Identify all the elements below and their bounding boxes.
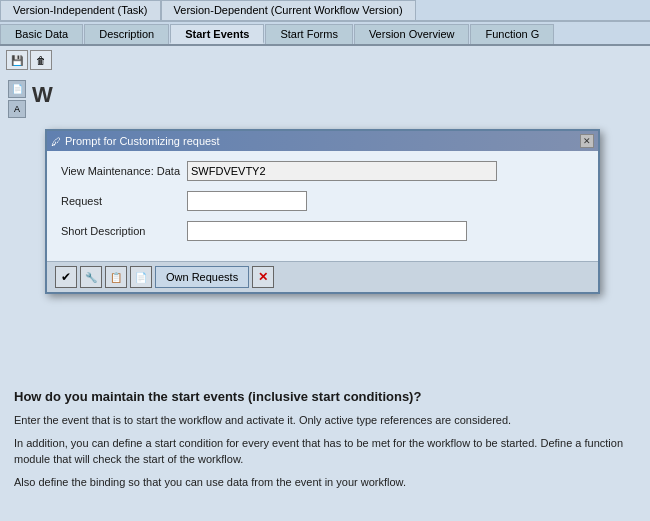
tab-version-overview[interactable]: Version Overview	[354, 24, 470, 44]
dialog-check-button[interactable]: ✔	[55, 266, 77, 288]
dialog-title-text: Prompt for Customizing request	[65, 135, 580, 147]
short-description-label: Short Description	[61, 225, 181, 237]
doc-icon: 📄	[135, 272, 147, 283]
tab-start-events[interactable]: Start Events	[170, 24, 264, 44]
help-paragraph-3: Also define the binding so that you can …	[14, 474, 636, 491]
dialog-title-bar: 🖊 Prompt for Customizing request ✕	[47, 131, 598, 151]
left-icon-1[interactable]: 📄	[8, 80, 26, 98]
dialog-body: View Maintenance: Data Request Short Des…	[47, 151, 598, 257]
tab-version-independent[interactable]: Version-Independent (Task)	[0, 0, 161, 20]
wrench-icon: 🔧	[85, 272, 97, 283]
second-tab-bar: Basic Data Description Start Events Star…	[0, 22, 650, 46]
clipboard-icon: 📋	[110, 272, 122, 283]
tab-basic-data[interactable]: Basic Data	[0, 24, 83, 44]
dialog-title-icon: 🖊	[51, 136, 61, 147]
dialog-doc-button[interactable]: 📄	[130, 266, 152, 288]
help-title: How do you maintain the start events (in…	[14, 389, 636, 404]
dialog-clipboard-button[interactable]: 📋	[105, 266, 127, 288]
dialog-wrench-button[interactable]: 🔧	[80, 266, 102, 288]
request-row: Request	[61, 191, 584, 211]
view-maintenance-input[interactable]	[187, 161, 497, 181]
left-icons: 📄 A	[8, 80, 26, 118]
left-icon-2[interactable]: A	[8, 100, 26, 118]
main-area: 📄 A W 🖊 Prompt for Customizing request ✕…	[0, 74, 650, 494]
request-label: Request	[61, 195, 181, 207]
dialog-close-button[interactable]: ✕	[580, 134, 594, 148]
tab-start-forms[interactable]: Start Forms	[265, 24, 352, 44]
check-icon: ✔	[61, 270, 71, 284]
delete-icon: 🗑	[36, 55, 46, 66]
cancel-icon: ✕	[258, 270, 268, 284]
dialog-toolbar: ✔ 🔧 📋 📄 Own Requests ✕	[47, 261, 598, 292]
tab-function-g[interactable]: Function G	[470, 24, 554, 44]
page-heading: W	[32, 80, 53, 110]
request-input[interactable]	[187, 191, 307, 211]
toolbar: 💾 🗑	[0, 46, 650, 74]
top-tab-bar: Version-Independent (Task) Version-Depen…	[0, 0, 650, 22]
own-requests-button[interactable]: Own Requests	[155, 266, 249, 288]
help-paragraph-2: In addition, you can define a start cond…	[14, 435, 636, 468]
help-area: How do you maintain the start events (in…	[0, 379, 650, 494]
tab-version-dependent[interactable]: Version-Dependent (Current Workflow Vers…	[161, 0, 416, 20]
short-description-input[interactable]	[187, 221, 467, 241]
save-icon: 💾	[11, 55, 23, 66]
view-maintenance-row: View Maintenance: Data	[61, 161, 584, 181]
help-paragraph-1: Enter the event that is to start the wor…	[14, 412, 636, 429]
save-button[interactable]: 💾	[6, 50, 28, 70]
dialog-cancel-button[interactable]: ✕	[252, 266, 274, 288]
customizing-request-dialog: 🖊 Prompt for Customizing request ✕ View …	[45, 129, 600, 294]
delete-button[interactable]: 🗑	[30, 50, 52, 70]
tab-description[interactable]: Description	[84, 24, 169, 44]
short-description-row: Short Description	[61, 221, 584, 241]
view-maintenance-label: View Maintenance: Data	[61, 165, 181, 177]
